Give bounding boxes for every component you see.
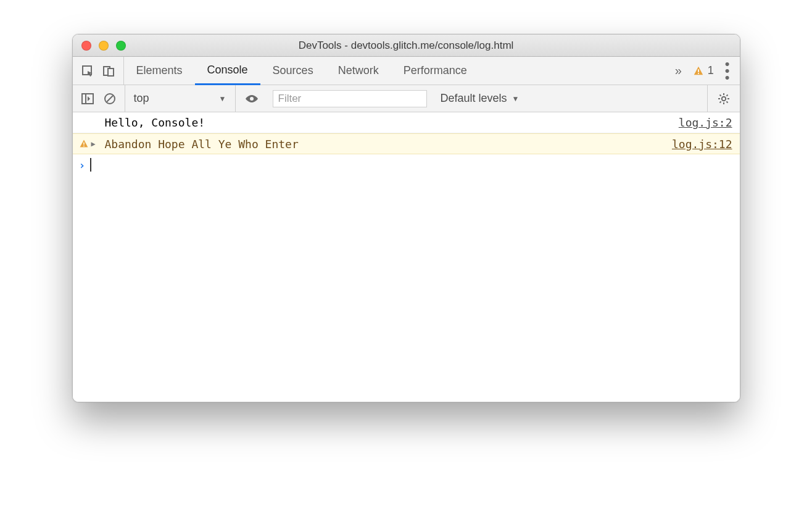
warning-icon xyxy=(79,139,89,149)
traffic-lights xyxy=(73,41,126,51)
live-expression-icon[interactable] xyxy=(236,94,268,104)
log-row[interactable]: Hello, Console! log.js:2 xyxy=(73,112,740,133)
svg-rect-19 xyxy=(83,143,85,145)
minimize-window-button[interactable] xyxy=(99,41,109,51)
tab-network[interactable]: Network xyxy=(326,57,391,85)
svg-line-15 xyxy=(719,94,721,96)
tab-sources[interactable]: Sources xyxy=(260,57,326,85)
filter-input[interactable] xyxy=(273,90,427,107)
device-toolbar-icon[interactable] xyxy=(102,65,115,77)
tab-console[interactable]: Console xyxy=(195,57,260,85)
tab-label: Performance xyxy=(404,64,467,77)
chevron-down-icon: ▼ xyxy=(512,94,520,103)
warning-count: 1 xyxy=(708,64,714,77)
more-options-icon[interactable]: ••• xyxy=(725,60,730,81)
toggle-sidebar-icon[interactable] xyxy=(81,93,94,104)
svg-line-16 xyxy=(726,101,727,102)
svg-rect-4 xyxy=(698,73,699,74)
expand-icon[interactable]: ▶ xyxy=(91,139,96,148)
chevron-down-icon: ▼ xyxy=(219,94,226,103)
window-title: DevTools - devtools.glitch.me/console/lo… xyxy=(73,39,740,52)
tab-performance[interactable]: Performance xyxy=(391,57,479,85)
svg-rect-6 xyxy=(82,94,86,104)
svg-rect-2 xyxy=(108,69,114,76)
log-source-link[interactable]: log.js:2 xyxy=(679,116,734,129)
log-row-warning[interactable]: ▶ Abandon Hope All Ye Who Enter log.js:1… xyxy=(73,133,740,154)
titlebar: DevTools - devtools.glitch.me/console/lo… xyxy=(73,35,740,57)
log-message: Hello, Console! xyxy=(105,116,679,129)
warning-icon xyxy=(693,65,704,77)
console-prompt[interactable]: › xyxy=(73,154,740,175)
context-value: top xyxy=(134,92,149,105)
tab-label: Sources xyxy=(273,64,313,77)
log-message: Abandon Hope All Ye Who Enter xyxy=(105,138,672,151)
main-tabbar: Elements Console Sources Network Perform… xyxy=(73,57,740,85)
console-settings-icon[interactable] xyxy=(718,93,730,105)
svg-rect-20 xyxy=(83,146,85,147)
devtools-window: DevTools - devtools.glitch.me/console/lo… xyxy=(72,34,740,402)
log-source-link[interactable]: log.js:12 xyxy=(672,138,734,151)
inspect-element-icon[interactable] xyxy=(81,65,94,77)
zoom-window-button[interactable] xyxy=(116,41,126,51)
svg-rect-3 xyxy=(698,69,699,72)
svg-line-8 xyxy=(107,96,113,102)
clear-console-icon[interactable] xyxy=(104,93,116,105)
log-levels-selector[interactable]: Default levels ▼ xyxy=(432,92,707,105)
svg-line-18 xyxy=(719,101,721,102)
svg-point-10 xyxy=(721,96,725,100)
panel-tabs: Elements Console Sources Network Perform… xyxy=(124,57,479,85)
levels-label: Default levels xyxy=(441,92,507,105)
console-output: Hello, Console! log.js:2 ▶ Abandon Hope … xyxy=(73,112,740,402)
prompt-chevron-icon: › xyxy=(79,159,86,172)
tab-label: Elements xyxy=(136,64,183,77)
inspect-tools xyxy=(73,57,124,85)
tab-label: Network xyxy=(338,64,379,77)
tab-label: Console xyxy=(207,64,248,77)
input-cursor xyxy=(90,158,91,172)
context-selector[interactable]: top ▼ xyxy=(125,85,236,112)
close-window-button[interactable] xyxy=(81,41,91,51)
tab-elements[interactable]: Elements xyxy=(124,57,195,85)
warning-count-badge[interactable]: 1 xyxy=(693,64,714,77)
more-tabs-icon[interactable]: » xyxy=(675,64,682,78)
console-toolbar: top ▼ Default levels ▼ xyxy=(73,85,740,112)
svg-point-9 xyxy=(250,97,254,101)
svg-line-17 xyxy=(726,94,727,96)
